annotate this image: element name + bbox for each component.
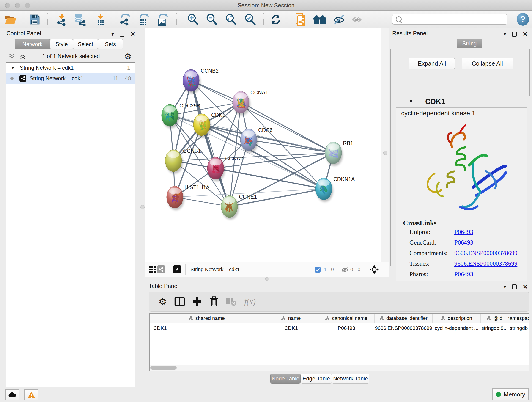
- refresh-icon[interactable]: [269, 13, 283, 26]
- network-canvas-svg[interactable]: CCNB2CCNA1CDC25BCDK1CDC6RB1CCNB1CCNA2CDK…: [145, 28, 381, 262]
- entry-detail: cyclin-dependent kinase 1: [396, 108, 527, 284]
- export-network-icon[interactable]: [118, 13, 131, 26]
- right-splitter-handle[interactable]: [383, 151, 387, 155]
- network-node-RB1[interactable]: RB1: [325, 140, 353, 166]
- column-header-name[interactable]: name: [264, 313, 318, 323]
- tab-edge-table[interactable]: Edge Table: [301, 374, 332, 384]
- selected-checkbox-icon[interactable]: [315, 267, 321, 274]
- panel-close-icon[interactable]: ✕: [523, 31, 528, 38]
- tab-sets[interactable]: Sets: [98, 39, 123, 49]
- network-collection-row[interactable]: ▼ String Network – cdk1 1: [6, 63, 135, 73]
- cloud-status-button[interactable]: [5, 389, 19, 400]
- detach-view-icon[interactable]: [173, 265, 181, 274]
- column-header-namespace[interactable]: namespace: [508, 313, 529, 323]
- zoom-in-icon[interactable]: [186, 13, 200, 26]
- tab-network-table[interactable]: Network Table: [332, 374, 369, 384]
- string-view-icon[interactable]: [157, 265, 165, 274]
- tab-select[interactable]: Select: [73, 39, 98, 49]
- collapse-all-icon[interactable]: [9, 53, 15, 59]
- import-table-file-icon[interactable]: [94, 13, 107, 26]
- scrollbar-thumb[interactable]: [150, 366, 177, 370]
- column-header-shared-name[interactable]: shared name: [150, 313, 264, 323]
- network-status-dot: [10, 77, 13, 80]
- network-options-gear-icon[interactable]: ⚙: [124, 51, 132, 61]
- collection-expand-icon[interactable]: ▼: [11, 65, 15, 70]
- tab-node-table[interactable]: Node Table: [270, 374, 301, 384]
- crosslink-link[interactable]: P06493: [454, 229, 473, 235]
- network-node-CCNE1[interactable]: CCNE1: [221, 194, 257, 220]
- export-table-icon[interactable]: [137, 13, 150, 26]
- zoom-fit-icon[interactable]: [224, 13, 238, 26]
- table-cell[interactable]: 9606.ENSP00000378699: [375, 323, 433, 333]
- network-node-CCNA1[interactable]: CCNA1: [233, 89, 268, 115]
- bottom-splitter-handle[interactable]: [265, 277, 269, 281]
- toolbar-separator: [169, 264, 169, 275]
- network-view[interactable]: CCNB2CCNA1CDC25BCDK1CDC6RB1CCNB1CCNA2CDK…: [145, 28, 381, 262]
- crosslink-link[interactable]: 9606.ENSP00000378699: [454, 249, 517, 256]
- tab-style[interactable]: Style: [50, 39, 73, 49]
- network-row-selected[interactable]: String Network – cdk1 11 48: [6, 73, 135, 84]
- collapse-all-button[interactable]: Collapse All: [462, 57, 513, 70]
- entry-collapse-icon[interactable]: ▼: [409, 99, 413, 104]
- crosslink-link[interactable]: P06493: [454, 239, 473, 246]
- network-node-HIST1H1A[interactable]: HIST1H1A: [167, 185, 210, 210]
- network-node-CCNB1[interactable]: CCNB1: [165, 148, 201, 174]
- left-splitter-handle[interactable]: [140, 205, 145, 209]
- table-row[interactable]: CDK1CDK1P064939606.ENSP00000378699cyclin…: [150, 323, 529, 333]
- panel-float-icon[interactable]: ▾: [111, 31, 114, 37]
- delete-column-trash-icon[interactable]: [207, 292, 221, 312]
- zoom-selected-icon[interactable]: [244, 13, 257, 26]
- panel-float-icon[interactable]: ▾: [504, 284, 506, 290]
- column-header-description[interactable]: description: [433, 313, 481, 323]
- first-neighbors-icon[interactable]: [313, 13, 326, 26]
- delete-table-icon[interactable]: [224, 292, 238, 312]
- expand-all-icon[interactable]: [20, 53, 26, 59]
- birds-eye-navigator-icon[interactable]: [369, 264, 379, 275]
- toolbar-separator: [288, 13, 288, 25]
- panel-maximize-icon[interactable]: [512, 284, 517, 289]
- open-session-icon[interactable]: [4, 13, 17, 26]
- network-node-CDKN1A[interactable]: CDKN1A: [316, 176, 355, 202]
- panel-float-icon[interactable]: ▾: [504, 31, 506, 37]
- function-builder-icon[interactable]: f(x): [240, 292, 260, 312]
- panel-close-icon[interactable]: ✕: [130, 31, 135, 38]
- export-image-icon[interactable]: [156, 13, 169, 26]
- column-header-database-identifier[interactable]: database identifier: [375, 313, 433, 323]
- memory-status-dot: [496, 392, 501, 397]
- network-node-CDC6[interactable]: CDC6: [240, 127, 273, 153]
- crosslink-link[interactable]: P06493: [454, 271, 473, 278]
- panel-maximize-icon[interactable]: [120, 32, 124, 37]
- table-horizontal-scrollbar[interactable]: [150, 365, 529, 371]
- zoom-out-icon[interactable]: [205, 13, 218, 26]
- grid-view-icon[interactable]: [148, 266, 156, 274]
- import-network-file-icon[interactable]: [55, 13, 68, 26]
- expand-all-button[interactable]: Expand All: [409, 57, 455, 70]
- import-network-database-icon[interactable]: [73, 13, 86, 26]
- create-column-icon[interactable]: [190, 292, 204, 312]
- show-all-icon[interactable]: [350, 13, 363, 26]
- save-session-icon[interactable]: [28, 13, 41, 26]
- table-cell[interactable]: stringdb:9...: [481, 323, 509, 333]
- table-cell[interactable]: CDK1: [150, 323, 264, 333]
- show-columns-icon[interactable]: [173, 292, 186, 312]
- warnings-button[interactable]: [24, 389, 38, 400]
- network-edge[interactable]: [173, 153, 333, 161]
- new-network-from-selection-icon[interactable]: [294, 13, 307, 26]
- hide-selected-icon[interactable]: [332, 13, 346, 26]
- tab-string[interactable]: String: [457, 39, 482, 48]
- column-header-canonical-name[interactable]: canonical name: [318, 313, 374, 323]
- column-header--id[interactable]: @id: [481, 313, 509, 323]
- table-cell[interactable]: P06493: [318, 323, 374, 333]
- table-settings-gear-icon[interactable]: ⚙: [156, 292, 170, 312]
- panel-maximize-icon[interactable]: [512, 32, 517, 37]
- panel-close-icon[interactable]: ✕: [523, 283, 528, 290]
- search-input[interactable]: [404, 16, 507, 22]
- table-cell[interactable]: CDK1: [264, 323, 318, 333]
- table-cell[interactable]: cyclin-dependent ...: [433, 323, 481, 333]
- table-cell[interactable]: stringdb: [508, 323, 529, 333]
- memory-button[interactable]: Memory: [492, 389, 529, 400]
- crosslink-link[interactable]: 9606.ENSP00000378699: [454, 260, 517, 267]
- node-label: CCNB1: [183, 148, 201, 154]
- help-button[interactable]: ?: [517, 13, 529, 26]
- tab-network[interactable]: Network: [15, 39, 50, 49]
